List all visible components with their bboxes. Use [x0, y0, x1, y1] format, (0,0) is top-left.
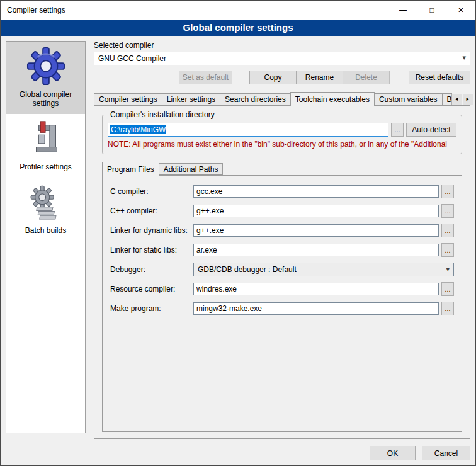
chevron-down-icon: ▾ [462, 54, 466, 62]
installation-directory-group-title: Compiler's installation directory [108, 110, 217, 119]
chevron-down-icon: ▾ [446, 265, 450, 273]
compiler-actions: Set as default Copy Rename Delete Reset … [94, 71, 470, 84]
c-compiler-browse-button[interactable]: ... [441, 185, 454, 198]
form-row-make-program: Make program: ... [110, 302, 454, 315]
dialog-body: Global compiler settings Profiler settin… [1, 36, 475, 465]
tab-search-directories[interactable]: Search directories [220, 93, 291, 105]
install-dir-input[interactable]: C:\raylib\MinGW [108, 123, 388, 137]
linker-static-label: Linker for static libs: [110, 246, 193, 254]
cpp-compiler-browse-button[interactable]: ... [441, 204, 454, 218]
tab-toolchain-executables[interactable]: Toolchain executables [290, 92, 375, 106]
c-compiler-input[interactable] [193, 185, 439, 198]
c-compiler-label: C compiler: [110, 187, 193, 196]
batch-builds-icon [8, 183, 84, 224]
ok-button[interactable]: OK [370, 446, 416, 460]
main-area: Selected compiler GNU GCC Compiler ▾ Set… [94, 41, 470, 439]
maximize-icon[interactable]: □ [417, 1, 446, 20]
copy-button[interactable]: Copy [249, 71, 297, 84]
tab-scroll-right-icon[interactable]: ► [463, 94, 473, 105]
form-row-linker-static: Linker for static libs: ... [110, 243, 454, 257]
reset-defaults-button[interactable]: Reset defaults [409, 71, 470, 84]
tab-scroll-left-icon[interactable]: ◄ [451, 94, 462, 105]
make-program-browse-button[interactable]: ... [441, 302, 454, 315]
form-row-c-compiler: C compiler: ... [110, 185, 454, 198]
make-program-input[interactable] [193, 302, 439, 315]
sidebar-item-batch-builds[interactable]: Batch builds [6, 178, 85, 241]
cpp-compiler-input[interactable] [193, 205, 439, 217]
minimize-icon[interactable]: — [388, 1, 417, 20]
cpp-compiler-label: C++ compiler: [110, 207, 193, 215]
linker-dynamic-input[interactable] [193, 224, 439, 237]
tab-scroll-buttons: ◄ ► [451, 94, 473, 105]
selected-compiler-label: Selected compiler [94, 41, 470, 50]
resource-compiler-input[interactable] [193, 283, 439, 295]
debugger-value: GDB/CDB debugger : Default [198, 265, 297, 274]
install-dir-value: C:\raylib\MinGW [110, 125, 166, 134]
installation-directory-row: C:\raylib\MinGW ... Auto-detect [108, 123, 456, 137]
program-files-tabstrip: Program Files Additional Paths [102, 162, 463, 175]
sidebar-item-label: Profiler settings [20, 162, 72, 171]
debugger-select[interactable]: GDB/CDB debugger : Default ▾ [193, 263, 454, 276]
tab-compiler-settings[interactable]: Compiler settings [94, 93, 162, 105]
rename-button[interactable]: Rename [296, 71, 343, 84]
linker-static-browse-button[interactable]: ... [441, 243, 454, 257]
toolchain-executables-panel: Compiler's installation directory C:\ray… [94, 105, 470, 439]
auto-detect-button[interactable]: Auto-detect [406, 123, 456, 137]
resource-compiler-label: Resource compiler: [110, 285, 193, 293]
resource-compiler-browse-button[interactable]: ... [441, 282, 454, 296]
program-files-panel: C compiler: ... C++ compiler: ... Linker… [102, 175, 462, 432]
form-row-debugger: Debugger: GDB/CDB debugger : Default ▾ [110, 263, 454, 276]
sidebar-item-global-compiler-settings[interactable]: Global compiler settings [6, 42, 85, 114]
close-icon[interactable]: ✕ [446, 1, 475, 20]
form-row-cpp-compiler: C++ compiler: ... [110, 204, 454, 218]
gear-icon [8, 47, 84, 88]
form-row-linker-dynamic: Linker for dynamic libs: ... [110, 224, 454, 237]
linker-dynamic-browse-button[interactable]: ... [441, 224, 454, 237]
window-title: Compiler settings [1, 6, 388, 14]
tab-program-files[interactable]: Program Files [102, 162, 159, 176]
compiler-settings-dialog: Compiler settings — □ ✕ Global compiler … [0, 0, 476, 466]
delete-button: Delete [343, 71, 390, 84]
installation-directory-group: Compiler's installation directory C:\ray… [102, 115, 462, 154]
selected-compiler-value: GNU GCC Compiler [98, 54, 166, 63]
profiler-icon [8, 119, 84, 160]
tab-build-options-clipped[interactable]: Buil [442, 93, 452, 105]
sidebar-item-profiler-settings[interactable]: Profiler settings [6, 114, 85, 178]
install-dir-browse-button[interactable]: ... [391, 123, 404, 137]
bin-subdirectory-note: NOTE: All programs must exist either in … [108, 140, 456, 149]
linker-dynamic-label: Linker for dynamic libs: [110, 226, 193, 235]
page-title: Global compiler settings [1, 20, 475, 36]
settings-category-list: Global compiler settings Profiler settin… [6, 41, 86, 433]
sidebar-item-label: Batch builds [25, 226, 66, 235]
cancel-button[interactable]: Cancel [422, 446, 470, 460]
tab-custom-variables[interactable]: Custom variables [374, 93, 443, 105]
linker-static-input[interactable] [193, 244, 439, 256]
sidebar-item-label: Global compiler settings [20, 90, 72, 108]
titlebar[interactable]: Compiler settings — □ ✕ [1, 1, 475, 20]
make-program-label: Make program: [110, 304, 193, 313]
settings-tabstrip: Compiler settings Linker settings Search… [94, 92, 470, 105]
set-as-default-button: Set as default [179, 71, 232, 84]
form-row-resource-compiler: Resource compiler: ... [110, 282, 454, 296]
selected-compiler-dropdown[interactable]: GNU GCC Compiler ▾ [94, 52, 470, 65]
tab-linker-settings[interactable]: Linker settings [162, 93, 220, 105]
tab-additional-paths[interactable]: Additional Paths [159, 163, 224, 175]
debugger-label: Debugger: [110, 265, 193, 274]
dialog-footer: OK Cancel [370, 446, 470, 460]
